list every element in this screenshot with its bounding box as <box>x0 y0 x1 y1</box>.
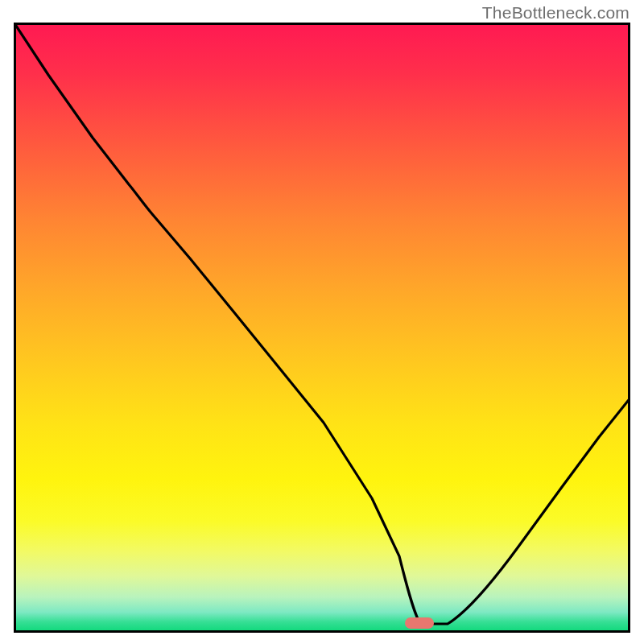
watermark-text: TheBottleneck.com <box>482 3 630 23</box>
chart-curve <box>16 25 628 630</box>
optimum-marker <box>405 617 434 629</box>
chart-frame <box>14 23 630 633</box>
curve-path <box>16 25 628 624</box>
